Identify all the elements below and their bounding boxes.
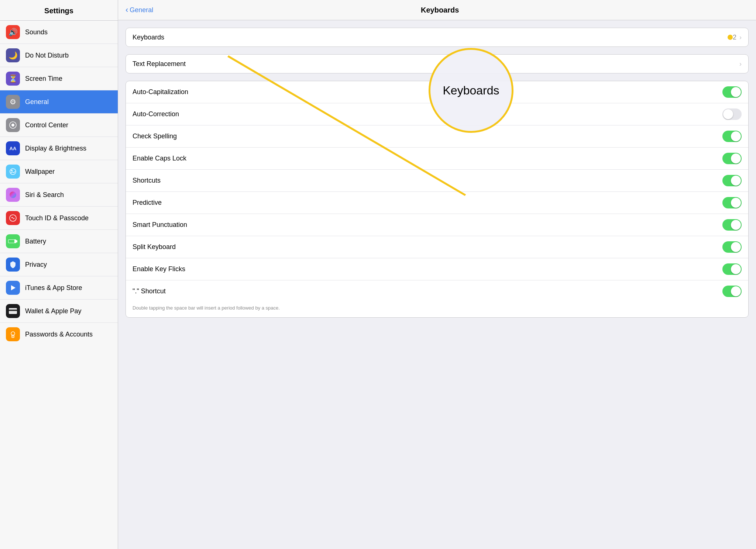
row-split-keyboard[interactable]: Split Keyboard — [126, 236, 748, 258]
sidebar-items: 🔊 Sounds 🌙 Do Not Disturb ⏳ Screen Time … — [0, 21, 118, 346]
sidebar-label-control-center: Control Center — [25, 121, 68, 129]
svg-rect-8 — [8, 240, 14, 243]
row-check-spelling[interactable]: Check Spelling — [126, 125, 748, 148]
row-predictive[interactable]: Predictive — [126, 192, 748, 214]
row-auto-correction[interactable]: Auto-Correction — [126, 103, 748, 125]
sidebar-label-wallet: Wallet & Apple Pay — [25, 307, 81, 315]
main-header: ‹ General Keyboards — [118, 0, 756, 20]
sidebar-title: Settings — [0, 0, 118, 21]
row-enable-key-flicks[interactable]: Enable Key Flicks — [126, 258, 748, 280]
text-replacement-chevron-icon: › — [739, 60, 742, 68]
toggle-thumb-predictive — [731, 198, 741, 208]
toggle-split-keyboard[interactable] — [722, 241, 742, 253]
label-check-spelling: Check Spelling — [133, 132, 722, 140]
main-panel: ‹ General Keyboards Keyboards 2 › Text R… — [118, 0, 756, 549]
sidebar-label-touch-id: Touch ID & Passcode — [25, 214, 89, 222]
toggle-thumb-shortcuts — [731, 176, 741, 186]
svg-point-3 — [11, 170, 13, 171]
sidebar-label-general: General — [25, 98, 49, 106]
sidebar-item-wallpaper[interactable]: Wallpaper — [0, 160, 118, 183]
sidebar-label-screen-time: Screen Time — [25, 75, 62, 83]
page-title: Keyboards — [161, 6, 719, 14]
toggle-enable-caps-lock[interactable] — [722, 153, 742, 164]
keyboards-value: 2 — [733, 34, 736, 41]
row-auto-capitalization[interactable]: Auto-Capitalization — [126, 81, 748, 103]
sidebar-item-siri-search[interactable]: Siri & Search — [0, 183, 118, 207]
toggle-check-spelling[interactable] — [722, 131, 742, 142]
toggle-thumb-check-spelling — [731, 131, 741, 141]
toggle-smart-punctuation[interactable] — [722, 219, 742, 231]
label-period-shortcut: "." Shortcut — [133, 287, 722, 295]
row-enable-caps-lock[interactable]: Enable Caps Lock — [126, 148, 748, 170]
toggle-thumb-split-keyboard — [731, 242, 741, 252]
toggle-thumb-auto-correction — [723, 109, 733, 119]
sidebar-item-privacy[interactable]: Privacy — [0, 253, 118, 276]
icon-touch-id — [6, 211, 20, 225]
content-area: Keyboards 2 › Text Replacement › Auto-Ca… — [118, 20, 756, 549]
sidebar: Settings 🔊 Sounds 🌙 Do Not Disturb ⏳ Scr… — [0, 0, 118, 549]
icon-wallet — [6, 304, 20, 318]
row-period-shortcut[interactable]: "." Shortcut — [126, 280, 748, 302]
toggle-thumb-smart-punctuation — [731, 220, 741, 230]
sidebar-label-passwords: Passwords & Accounts — [25, 331, 93, 338]
text-replacement-label: Text Replacement — [133, 60, 739, 68]
icon-control-center — [6, 118, 20, 132]
toggle-auto-correction[interactable] — [722, 108, 742, 120]
sidebar-item-control-center[interactable]: Control Center — [0, 114, 118, 137]
label-smart-punctuation: Smart Punctuation — [133, 221, 722, 229]
icon-battery — [6, 234, 20, 248]
sidebar-item-wallet[interactable]: Wallet & Apple Pay — [0, 300, 118, 323]
yellow-dot — [728, 35, 733, 40]
row-smart-punctuation[interactable]: Smart Punctuation — [126, 214, 748, 236]
toggle-predictive[interactable] — [722, 197, 742, 208]
text-replacement-group: Text Replacement › — [126, 54, 749, 73]
toggle-thumb-enable-key-flicks — [731, 264, 741, 274]
svg-point-1 — [11, 124, 14, 127]
sidebar-item-sounds[interactable]: 🔊 Sounds — [0, 21, 118, 44]
sidebar-item-do-not-disturb[interactable]: 🌙 Do Not Disturb — [0, 44, 118, 67]
label-auto-capitalization: Auto-Capitalization — [133, 88, 722, 96]
sidebar-item-display-brightness[interactable]: AA Display & Brightness — [0, 137, 118, 160]
label-enable-key-flicks: Enable Key Flicks — [133, 265, 722, 273]
row-shortcuts[interactable]: Shortcuts — [126, 170, 748, 192]
sidebar-item-general[interactable]: ⚙ General — [0, 90, 118, 114]
toggle-period-shortcut[interactable] — [722, 286, 742, 297]
text-replacement-row[interactable]: Text Replacement › — [126, 55, 748, 73]
icon-itunes — [6, 281, 20, 295]
sidebar-item-itunes[interactable]: iTunes & App Store — [0, 276, 118, 300]
sidebar-label-privacy: Privacy — [25, 261, 47, 269]
toggle-thumb-enable-caps-lock — [731, 153, 741, 163]
back-button[interactable]: ‹ General — [126, 5, 153, 15]
sidebar-item-touch-id[interactable]: Touch ID & Passcode — [0, 207, 118, 230]
icon-screen-time: ⏳ — [6, 72, 20, 86]
icon-passwords — [6, 327, 20, 341]
label-split-keyboard: Split Keyboard — [133, 243, 722, 251]
toggle-thumb-auto-capitalization — [731, 87, 741, 97]
toggle-thumb-period-shortcut — [731, 286, 741, 296]
icon-display-brightness: AA — [6, 141, 20, 155]
keyboards-row[interactable]: Keyboards 2 › — [126, 28, 748, 46]
toggle-enable-key-flicks[interactable] — [722, 263, 742, 275]
svg-rect-10 — [9, 310, 17, 311]
svg-point-4 — [10, 191, 16, 198]
sidebar-item-battery[interactable]: Battery — [0, 230, 118, 253]
keyboards-label: Keyboards — [133, 34, 725, 41]
icon-wallpaper — [6, 165, 20, 179]
toggle-shortcuts[interactable] — [722, 175, 742, 186]
icon-privacy — [6, 258, 20, 272]
sidebar-label-siri-search: Siri & Search — [25, 191, 64, 199]
icon-do-not-disturb: 🌙 — [6, 48, 20, 62]
back-chevron-icon: ‹ — [126, 5, 128, 15]
label-predictive: Predictive — [133, 199, 722, 207]
back-label: General — [130, 6, 153, 14]
label-shortcuts: Shortcuts — [133, 177, 722, 184]
sidebar-label-display-brightness: Display & Brightness — [25, 145, 86, 152]
toggle-rows: Auto-Capitalization Auto-Correction Chec… — [126, 81, 748, 302]
toggle-auto-capitalization[interactable] — [722, 86, 742, 98]
sidebar-label-battery: Battery — [25, 238, 46, 245]
sidebar-label-itunes: iTunes & App Store — [25, 284, 82, 292]
sidebar-item-screen-time[interactable]: ⏳ Screen Time — [0, 67, 118, 90]
sidebar-item-passwords[interactable]: Passwords & Accounts — [0, 323, 118, 346]
icon-sounds: 🔊 — [6, 25, 20, 39]
label-enable-caps-lock: Enable Caps Lock — [133, 155, 722, 162]
